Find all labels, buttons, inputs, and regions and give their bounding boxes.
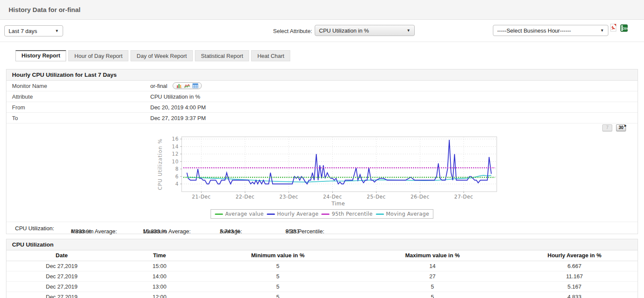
tab-hour-of-day-report[interactable]: Hour of Day Report: [68, 50, 128, 61]
cell-time: 12:00: [117, 292, 202, 298]
x-tick-label: 27-Dec: [454, 194, 473, 200]
time-range-select[interactable]: Last 7 days ▼: [4, 25, 63, 36]
cpu-utilization-chart: 4681012141621-Dec22-Dec23-Dec24-Dec25-De…: [157, 135, 500, 207]
table-body: Dec 27,201915:005146.667Dec 27,201914:00…: [6, 261, 638, 298]
y-axis-label: CPU Utilization %: [157, 138, 163, 190]
chevron-down-icon: ▼: [407, 28, 410, 33]
legend-swatch: [267, 214, 275, 215]
chevron-down-icon: ▼: [55, 29, 59, 33]
cell-date: Dec 27,2019: [6, 292, 117, 298]
table-icon[interactable]: [192, 83, 198, 88]
column-header-min: Minimum value in %: [202, 250, 354, 261]
stats-prefix: CPU Utilization:: [15, 225, 54, 232]
x-tick-label: 25-Dec: [367, 194, 386, 200]
time-range-value: Last 7 days: [9, 28, 37, 34]
cell-avg: 6.667: [511, 261, 638, 271]
cell-time: 13:00: [117, 282, 202, 292]
tab-statistical-report[interactable]: Statistical Report: [195, 50, 249, 61]
legend-swatch: [322, 214, 330, 215]
info-row-to: ToDec 27, 2019 3:37 PM: [6, 113, 638, 123]
toolbar: Last 7 days ▼ Select Attribute: CPU Util…: [0, 20, 644, 42]
legend-item-moving-average: Moving Average: [373, 211, 429, 217]
tab-history-report[interactable]: History Report: [15, 50, 66, 61]
column-header-date: Date: [6, 250, 117, 261]
bar-chart-icon[interactable]: [176, 83, 182, 88]
cell-date: Dec 27,2019: [6, 282, 117, 292]
cell-time: 14:00: [117, 271, 202, 282]
info-label: Monitor Name: [12, 83, 150, 89]
cpu-utilization-table: DateTimeMinimum value in %Maximum value …: [6, 250, 638, 298]
business-hour-value: -----Select Business Hour------: [497, 27, 571, 34]
cell-time: 15:00: [117, 261, 202, 271]
table-row: Dec 27,201912:00554.833: [6, 292, 638, 298]
table-panel-title: CPU Utilization: [6, 239, 638, 250]
y-tick-label: 12: [172, 151, 179, 157]
chart-range-buttons: 730▶: [602, 124, 626, 131]
cell-min: 5: [202, 292, 354, 298]
table-header-row: DateTimeMinimum value in %Maximum value …: [6, 250, 638, 261]
cell-date: Dec 27,2019: [6, 261, 117, 271]
tab-heat-chart[interactable]: Heat Chart: [251, 50, 290, 61]
chevron-down-icon: ▼: [600, 28, 604, 33]
legend-label: Average value: [225, 211, 264, 217]
info-label: Attribute: [12, 93, 150, 100]
info-value: CPU Utilization in %: [150, 93, 200, 100]
y-tick-label: 14: [172, 144, 179, 150]
svg-text:CSV: CSV: [622, 27, 628, 30]
report-info-rows: Monitor Nameor-finalAttributeCPU Utiliza…: [6, 81, 638, 123]
cell-avg: 5.167: [511, 282, 638, 292]
info-row-from: FromDec 20, 2019 4:00 PM: [6, 102, 638, 113]
table-row: Dec 27,201915:005146.667: [6, 261, 638, 271]
info-value: or-final: [150, 82, 202, 89]
table-row: Dec 27,201914:0052711.167: [6, 271, 638, 282]
legend-label: 95th Percentile: [332, 211, 373, 217]
monitor-quick-view-icons[interactable]: [173, 82, 202, 89]
chart-section: 730▶ 4681012141621-Dec22-Dec23-Dec24-Dec…: [6, 123, 638, 222]
arrow-icon: ▶: [624, 123, 626, 129]
report-panel-title: Hourly CPU Utilization for Last 7 Days: [6, 69, 638, 81]
x-tick-label: 21-Dec: [192, 194, 211, 200]
cell-max: 14: [353, 261, 511, 271]
column-header-time: Time: [117, 250, 202, 261]
page-header: History Data for or-final: [0, 0, 644, 20]
cell-max: 5: [353, 282, 511, 292]
history-report-panel: Hourly CPU Utilization for Last 7 Days M…: [6, 69, 638, 234]
csv-export-icon[interactable]: CSV: [620, 24, 628, 33]
business-hour-select[interactable]: -----Select Business Hour------ ▼: [493, 25, 608, 36]
x-tick-label: 26-Dec: [410, 194, 429, 200]
cell-min: 5: [202, 261, 354, 271]
info-label: To: [12, 115, 150, 121]
info-row-monitor-name: Monitor Nameor-final: [6, 81, 638, 91]
y-tick-label: 8: [175, 166, 179, 172]
line-chart-icon[interactable]: [184, 83, 190, 88]
info-row-attribute: AttributeCPU Utilization in %: [6, 91, 638, 102]
tab-day-of-week-report[interactable]: Day of Week Report: [131, 50, 193, 61]
cell-avg: 4.833: [511, 292, 638, 298]
chart-legend: Average valueHourly Average95th Percenti…: [210, 209, 433, 219]
pdf-export-icon[interactable]: [610, 24, 617, 33]
range-30-days-button[interactable]: 30▶: [616, 124, 626, 131]
y-tick-label: 10: [172, 159, 179, 165]
legend-item-hourly-average: Hourly Average: [264, 211, 319, 217]
cell-date: Dec 27,2019: [6, 271, 117, 282]
range-7-days-button[interactable]: 7: [602, 124, 612, 131]
y-tick-label: 16: [172, 136, 179, 142]
column-header-avg: Hourly Average in %: [511, 250, 638, 261]
table-row: Dec 27,201913:00555.167: [6, 282, 638, 292]
attribute-value: CPU Utilization in %: [319, 27, 369, 34]
page-title: History Data for or-final: [9, 6, 81, 13]
attribute-select[interactable]: CPU Utilization in % ▼: [315, 25, 415, 36]
info-value: Dec 20, 2019 4:00 PM: [150, 104, 206, 111]
report-tabs: History ReportHour of Day ReportDay of W…: [15, 50, 644, 61]
cell-min: 5: [202, 282, 354, 292]
legend-label: Hourly Average: [277, 211, 319, 217]
cell-avg: 11.167: [511, 271, 638, 282]
legend-item-95th-percentile: 95th Percentile: [319, 211, 373, 217]
cpu-utilization-table-panel: CPU Utilization DateTimeMinimum value in…: [6, 239, 638, 298]
legend-label: Moving Average: [386, 211, 429, 217]
cell-min: 5: [202, 271, 354, 282]
x-tick-label: 24-Dec: [323, 194, 342, 200]
summary-stats-row: CPU Utilization: Minimum Average:4.833 %…: [6, 222, 638, 234]
info-value: Dec 27, 2019 3:37 PM: [150, 115, 206, 121]
select-attribute-label: Select Attribute:: [273, 28, 312, 34]
